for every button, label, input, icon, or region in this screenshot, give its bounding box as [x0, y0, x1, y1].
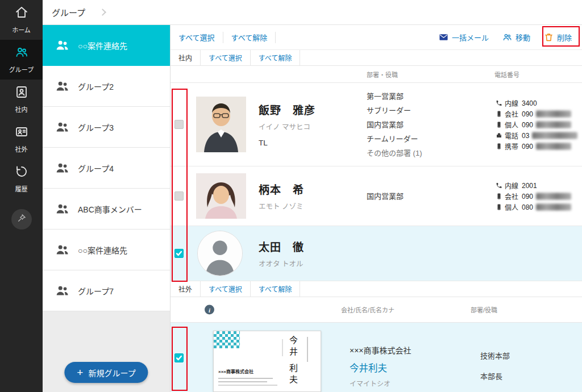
phone-value: 090	[522, 142, 533, 150]
sidebar-item-history[interactable]: 履歴	[0, 159, 43, 199]
group-item[interactable]: ABC商事メンバー	[43, 189, 170, 230]
external-section-title: 社外	[171, 281, 201, 297]
sidebar-item-label: 社内	[15, 105, 28, 114]
select-all-link[interactable]: すべて選択	[178, 32, 215, 43]
move-label: 移動	[516, 32, 530, 43]
group-item[interactable]: ○○案件連絡先	[43, 230, 170, 270]
external-select-all-link[interactable]: すべて選択	[209, 284, 242, 294]
external-column-header: i 会社/氏名/氏名カナ 部署/役職	[171, 297, 582, 323]
phone-label: 会社	[505, 109, 518, 119]
internal-select-all-link[interactable]: すべて選択	[209, 53, 242, 62]
department-line: 国内営業部	[367, 118, 422, 132]
breadcrumb-bar: グループ	[43, 0, 582, 25]
external-company: ×××商事株式会社	[350, 344, 411, 356]
mobile-phone-icon	[496, 203, 505, 210]
phone-line: 個人 080	[496, 202, 571, 212]
card-pattern	[214, 331, 240, 348]
default-avatar	[197, 231, 243, 276]
group-item[interactable]: グループ7	[43, 270, 170, 311]
phone-line: 内線 2001	[496, 180, 571, 191]
phone-line: 会社 090	[496, 191, 571, 202]
group-people-icon	[55, 38, 70, 53]
envelope-icon	[439, 32, 448, 42]
phone-label: 会社	[505, 191, 518, 201]
internal-contacts-icon	[15, 85, 28, 101]
phone-line: 携帯 090	[496, 141, 577, 152]
sidebar-item-internal[interactable]: 社内	[0, 80, 43, 119]
group-list-panel: ○○案件連絡先 グループ2 グループ3 グループ4 ABC商事メンバー	[43, 25, 171, 392]
pin-button[interactable]	[11, 209, 32, 230]
group-item-selected[interactable]: ○○案件連絡先	[43, 25, 170, 66]
row-checkbox-checked[interactable]	[174, 249, 184, 258]
internal-section-title: 社内	[171, 50, 201, 65]
phone-line: 内線 3400	[496, 98, 577, 109]
move-people-icon	[502, 32, 512, 42]
contact-kana: オオタ トオル	[259, 258, 304, 269]
group-people-icon	[55, 283, 70, 298]
group-icon	[15, 45, 28, 61]
external-deselect-all-link[interactable]: すべて解除	[259, 284, 292, 294]
external-department: 技術本部	[480, 350, 510, 361]
contact-name-cell: 飯野 雅彦 イイノ マサヒコ TL	[259, 102, 315, 147]
contact-row[interactable]: 柄本 希 エモト ノゾミ 国内営業部 内線 2001	[171, 166, 582, 226]
external-contact-row[interactable]: 今井 利夫 ×××商事株式会社 ×××商事株式会社 今井利夫 イマイトシオ	[171, 323, 582, 392]
card-company-name: ×××商事株式会社	[218, 368, 253, 374]
contact-name: 飯野 雅彦	[259, 102, 315, 117]
department-line: 国内営業部	[367, 189, 404, 203]
group-people-icon	[55, 120, 70, 135]
group-item[interactable]: グループ2	[43, 66, 170, 107]
department-line: 第一営業部	[367, 89, 422, 103]
phone-label: 個人	[505, 202, 518, 212]
fax-phone-icon	[496, 132, 505, 139]
deselect-all-link[interactable]: すべて解除	[231, 32, 268, 43]
group-item-label: ○○案件連絡先	[78, 40, 127, 51]
info-icon[interactable]: i	[205, 305, 214, 315]
home-icon	[15, 6, 28, 22]
trash-icon	[544, 32, 554, 42]
card-decoration	[218, 385, 277, 386]
row-checkbox-checked[interactable]	[174, 353, 184, 362]
sidebar-item-group[interactable]: グループ	[0, 40, 43, 80]
external-name-link[interactable]: 今井利夫	[350, 361, 411, 374]
group-item[interactable]: グループ4	[43, 148, 170, 189]
masked-number	[532, 132, 577, 139]
phone-label: 内線	[505, 98, 518, 108]
breadcrumb: グループ	[52, 6, 85, 18]
column-department: 部署・役職	[367, 70, 398, 79]
contact-list: すべて選択 すべて解除 一括メール 移動 削除	[171, 25, 582, 392]
phone-value: 090	[522, 110, 533, 118]
chevron-right-icon	[99, 9, 106, 16]
card-decoration	[218, 381, 267, 382]
new-group-button[interactable]: + 新規グループ	[64, 362, 148, 383]
masked-number	[536, 110, 571, 117]
phone-line: 個人 090	[496, 119, 577, 130]
internal-deselect-all-link[interactable]: すべて解除	[259, 53, 292, 62]
row-checkbox[interactable]	[174, 120, 184, 129]
department-line: サブリーダー	[367, 103, 422, 118]
contact-row[interactable]: 飯野 雅彦 イイノ マサヒコ TL 第一営業部 サブリーダー 国内営業部 チーム…	[171, 83, 582, 166]
group-item-label: ○○案件連絡先	[78, 244, 127, 256]
group-people-icon	[55, 161, 70, 176]
internal-column-header: 部署・役職 電話番号	[171, 66, 582, 83]
sidebar-item-external[interactable]: 社外	[0, 119, 43, 159]
internal-section-header: 社内 すべて選択 すべて解除	[171, 50, 582, 66]
contact-name-cell: 柄本 希 エモト ノゾミ	[259, 181, 304, 211]
delete-label: 削除	[557, 32, 572, 43]
contact-phones: 内線 2001 会社 090 個人 080	[496, 180, 571, 212]
mobile-phone-icon	[496, 110, 505, 117]
contact-row-selected[interactable]: 太田 徹 オオタ トオル	[171, 226, 582, 281]
bulk-mail-button[interactable]: 一括メール	[439, 32, 489, 43]
move-button[interactable]: 移動	[502, 32, 530, 43]
external-kana: イマイトシオ	[350, 378, 411, 388]
contact-name: 柄本 希	[259, 181, 304, 197]
list-toolbar: すべて選択 すべて解除 一括メール 移動 削除	[171, 25, 582, 50]
delete-button[interactable]: 削除	[544, 32, 572, 43]
row-checkbox[interactable]	[174, 191, 184, 201]
external-section-header: 社外 すべて選択 すべて解除	[171, 281, 582, 297]
group-item[interactable]: グループ3	[43, 107, 170, 148]
column-department: 部署/役職	[471, 305, 497, 314]
sidebar-item-home[interactable]: ホーム	[0, 0, 43, 40]
masked-number	[536, 121, 571, 128]
new-group-label: 新規グループ	[88, 367, 135, 378]
sidebar-item-label: グループ	[9, 65, 34, 74]
